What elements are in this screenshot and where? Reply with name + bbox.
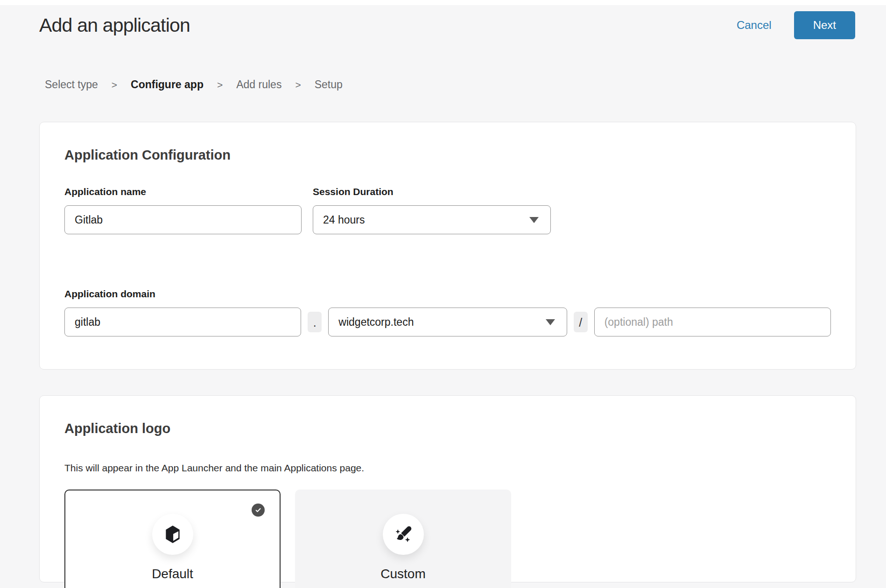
- domain-slash-separator: /: [574, 312, 588, 332]
- chevron-down-icon: [546, 319, 555, 325]
- breadcrumb-step-configure-app[interactable]: Configure app: [131, 78, 204, 91]
- domain-select[interactable]: widgetcorp.tech: [328, 308, 567, 336]
- breadcrumb-separator: >: [112, 79, 117, 91]
- application-domain-field: Application domain . widgetcorp.tech /: [64, 288, 831, 336]
- breadcrumb-separator: >: [295, 79, 301, 91]
- session-duration-select[interactable]: 24 hours: [313, 205, 551, 234]
- breadcrumb-step-select-type[interactable]: Select type: [45, 78, 98, 91]
- breadcrumb-step-setup[interactable]: Setup: [315, 78, 343, 91]
- logo-option-label: Custom: [380, 567, 425, 581]
- domain-dot-separator: .: [308, 312, 322, 332]
- page-title: Add an application: [39, 14, 190, 36]
- application-logo-card: Application logo This will appear in the…: [39, 395, 856, 582]
- application-name-input[interactable]: [64, 205, 302, 234]
- breadcrumb-step-add-rules[interactable]: Add rules: [236, 78, 281, 91]
- logo-option-custom[interactable]: Custom: [295, 490, 511, 588]
- next-button[interactable]: Next: [794, 11, 855, 39]
- cube-icon: [162, 524, 183, 545]
- custom-logo-circle: [383, 514, 424, 555]
- selected-badge: [252, 504, 265, 517]
- logo-options: Default Custom: [64, 490, 831, 588]
- application-name-label: Application name: [64, 186, 302, 197]
- application-name-field: Application name: [64, 186, 302, 234]
- chevron-down-icon: [529, 217, 539, 223]
- breadcrumb-separator: >: [217, 79, 223, 91]
- breadcrumb: Select type > Configure app > Add rules …: [45, 78, 886, 91]
- application-configuration-card: Application Configuration Application na…: [39, 122, 856, 370]
- page-header: Add an application Cancel Next: [0, 5, 886, 39]
- configuration-card-title: Application Configuration: [64, 147, 831, 163]
- subdomain-input[interactable]: [64, 308, 301, 336]
- check-icon: [254, 506, 262, 514]
- application-domain-row: . widgetcorp.tech /: [64, 308, 831, 336]
- name-session-row: Application name Session Duration 24 hou…: [64, 186, 831, 234]
- logo-card-description: This will appear in the App Launcher and…: [64, 462, 831, 474]
- session-duration-value: 24 hours: [323, 214, 365, 226]
- session-duration-label: Session Duration: [313, 186, 551, 197]
- header-actions: Cancel Next: [737, 11, 855, 39]
- top-strip: [0, 0, 886, 5]
- logo-option-default[interactable]: Default: [64, 490, 281, 588]
- paintbrush-icon: [393, 524, 414, 545]
- domain-select-value: widgetcorp.tech: [338, 316, 414, 329]
- logo-option-label: Default: [152, 567, 193, 581]
- logo-card-title: Application logo: [64, 421, 831, 436]
- path-input[interactable]: [594, 308, 831, 336]
- cancel-button[interactable]: Cancel: [737, 19, 772, 32]
- application-domain-label: Application domain: [64, 288, 831, 300]
- session-duration-field: Session Duration 24 hours: [313, 186, 551, 234]
- default-logo-circle: [152, 514, 193, 555]
